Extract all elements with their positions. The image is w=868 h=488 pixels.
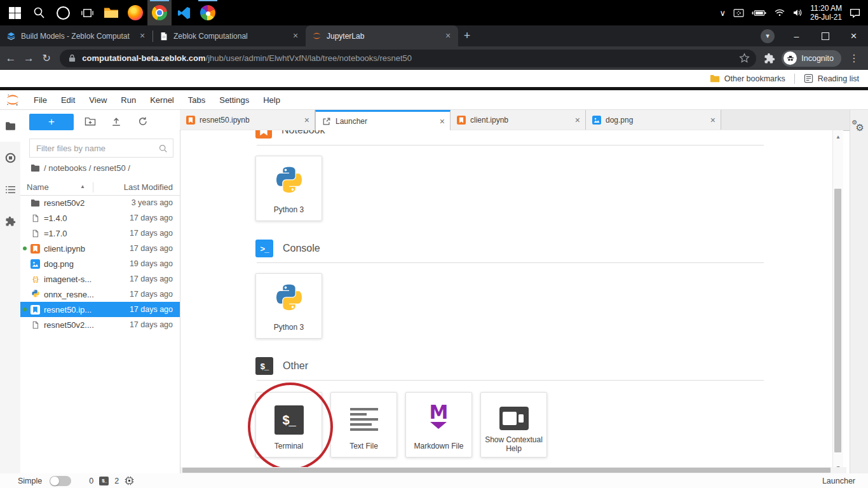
tablet-mode-icon[interactable] xyxy=(733,9,744,17)
search-icon[interactable] xyxy=(27,0,51,25)
cortana-icon[interactable] xyxy=(51,0,75,25)
file-browser-tab-icon[interactable] xyxy=(0,110,20,142)
running-sessions-icon[interactable] xyxy=(0,142,20,173)
table-of-contents-icon[interactable] xyxy=(0,173,20,205)
paint3d-icon[interactable] xyxy=(196,0,220,25)
wifi-icon[interactable] xyxy=(775,9,785,17)
terminal-status-icon[interactable] xyxy=(99,477,109,485)
menu-kernel[interactable]: Kernel xyxy=(143,95,181,105)
file-row-selected[interactable]: resnet50.ip... 17 days ago xyxy=(20,302,180,317)
close-tab-icon[interactable] xyxy=(440,116,445,126)
incognito-badge[interactable]: Incognito xyxy=(782,50,841,67)
tray-expand-icon[interactable] xyxy=(719,8,726,18)
scrollbar-thumb[interactable] xyxy=(182,468,831,473)
zeblok-favicon xyxy=(6,31,16,41)
new-folder-icon[interactable] xyxy=(85,116,96,126)
close-window-button[interactable] xyxy=(839,25,868,46)
reload-button[interactable] xyxy=(39,49,53,68)
menu-edit[interactable]: Edit xyxy=(54,95,82,105)
close-tab-icon[interactable] xyxy=(290,31,301,41)
battery-charging-icon[interactable] xyxy=(752,10,767,17)
tab-search-icon[interactable] xyxy=(761,29,775,43)
menu-file[interactable]: File xyxy=(27,95,54,105)
new-tab-button[interactable] xyxy=(458,27,476,45)
taskbar-clock[interactable]: 11:20 AM 26-Jul-21 xyxy=(810,4,842,22)
launcher-card-contextual-help[interactable]: Show Contextual Help xyxy=(480,392,547,458)
launcher-card-markdown-file[interactable]: M Markdown File xyxy=(405,392,472,458)
column-last-modified[interactable]: Last Modified xyxy=(124,182,173,192)
file-row[interactable]: =1.4.0 17 days ago xyxy=(20,210,180,226)
address-bar[interactable]: computational-beta.zeblok.com /jhub/user… xyxy=(60,50,756,67)
doc-tab-client-ipynb[interactable]: client.ipynb xyxy=(451,110,586,130)
browser-menu-icon[interactable] xyxy=(849,52,859,64)
doc-tab-dog-png[interactable]: dog.png xyxy=(586,110,721,130)
back-button[interactable] xyxy=(4,49,18,68)
file-row[interactable]: dog.png 19 days ago xyxy=(20,256,180,271)
horizontal-scrollbar[interactable] xyxy=(180,467,846,473)
property-inspector-icon[interactable] xyxy=(853,121,866,135)
refresh-icon[interactable] xyxy=(138,116,148,126)
simple-mode-toggle[interactable] xyxy=(50,476,71,486)
file-row[interactable]: resnet50v2.... 17 days ago xyxy=(20,317,180,332)
jupyterlab-app: File Edit View Run Kernel Tabs Settings … xyxy=(0,90,868,488)
kernel-status-icon[interactable] xyxy=(125,476,134,485)
home-folder-icon[interactable] xyxy=(31,163,40,173)
menu-view[interactable]: View xyxy=(82,95,114,105)
browser-tab-zeblok[interactable]: Zeblok Computational xyxy=(153,25,306,46)
doc-tab-launcher[interactable]: Launcher xyxy=(315,110,451,130)
file-list-header[interactable]: Name Last Modified xyxy=(20,180,180,196)
chrome-taskbar-icon[interactable] xyxy=(147,0,172,25)
file-explorer-icon[interactable] xyxy=(99,0,123,25)
file-row[interactable]: imagenet-s... 17 days ago xyxy=(20,271,180,287)
launcher-card-console-python3[interactable]: Python 3 xyxy=(255,273,322,339)
close-tab-icon[interactable] xyxy=(710,115,715,125)
scroll-up-icon[interactable] xyxy=(833,134,843,140)
file-row[interactable]: client.ipynb 17 days ago xyxy=(20,241,180,256)
launcher-card-text-file[interactable]: Text File xyxy=(330,392,397,458)
notebook-icon xyxy=(31,244,40,254)
reading-list[interactable]: Reading list xyxy=(804,74,859,83)
close-tab-icon[interactable] xyxy=(443,31,453,41)
upload-icon[interactable] xyxy=(111,116,121,126)
close-tab-icon[interactable] xyxy=(304,115,309,125)
menu-help[interactable]: Help xyxy=(256,95,287,105)
doc-tab-resnet50-ipynb[interactable]: resnet50.ipynb xyxy=(180,110,315,130)
new-launcher-button[interactable] xyxy=(29,114,74,130)
filter-files-input[interactable] xyxy=(30,144,158,153)
file-row[interactable]: =1.7.0 17 days ago xyxy=(20,226,180,241)
sort-ascending-icon[interactable] xyxy=(80,184,85,189)
vertical-scrollbar[interactable] xyxy=(832,130,843,473)
close-tab-icon[interactable] xyxy=(575,115,580,125)
forward-button[interactable] xyxy=(22,49,36,68)
volume-icon[interactable] xyxy=(792,9,803,17)
notebook-icon xyxy=(186,116,195,125)
browser-tab-build-models[interactable]: Build Models - Zeblok Computat xyxy=(0,25,153,46)
menu-run[interactable]: Run xyxy=(114,95,143,105)
simple-mode-label: Simple xyxy=(18,477,42,485)
bookmark-star-icon[interactable] xyxy=(739,53,750,64)
extensions-puzzle-icon[interactable] xyxy=(764,53,775,64)
column-name[interactable]: Name xyxy=(27,182,49,192)
start-button-icon[interactable] xyxy=(3,0,27,25)
restore-button[interactable] xyxy=(811,25,839,46)
vscode-icon[interactable] xyxy=(172,0,196,25)
minimize-button[interactable] xyxy=(782,25,811,46)
launcher-card-notebook-python3[interactable]: Python 3 xyxy=(255,156,322,221)
browser-tab-jupyterlab[interactable]: JupyterLab xyxy=(306,25,458,46)
breadcrumb[interactable]: / notebooks / resnet50 / xyxy=(31,163,130,173)
close-tab-icon[interactable] xyxy=(137,31,147,41)
file-row[interactable]: onnx_resne... 17 days ago xyxy=(20,287,180,302)
breadcrumb-path[interactable]: / notebooks / resnet50 / xyxy=(44,163,130,173)
firefox-icon[interactable] xyxy=(123,0,147,25)
browser-tab-title: JupyterLab xyxy=(327,32,438,41)
incognito-icon xyxy=(783,51,797,65)
scrollbar-thumb[interactable] xyxy=(834,189,841,452)
action-center-icon[interactable] xyxy=(850,8,860,18)
menu-tabs[interactable]: Tabs xyxy=(181,95,212,105)
extension-manager-icon[interactable] xyxy=(0,205,20,237)
menu-settings[interactable]: Settings xyxy=(212,95,256,105)
file-row[interactable]: resnet50v2 3 years ago xyxy=(20,195,180,210)
task-view-icon[interactable] xyxy=(75,0,99,25)
other-bookmarks[interactable]: Other bookmarks xyxy=(710,74,785,83)
notebook-icon xyxy=(31,305,40,315)
